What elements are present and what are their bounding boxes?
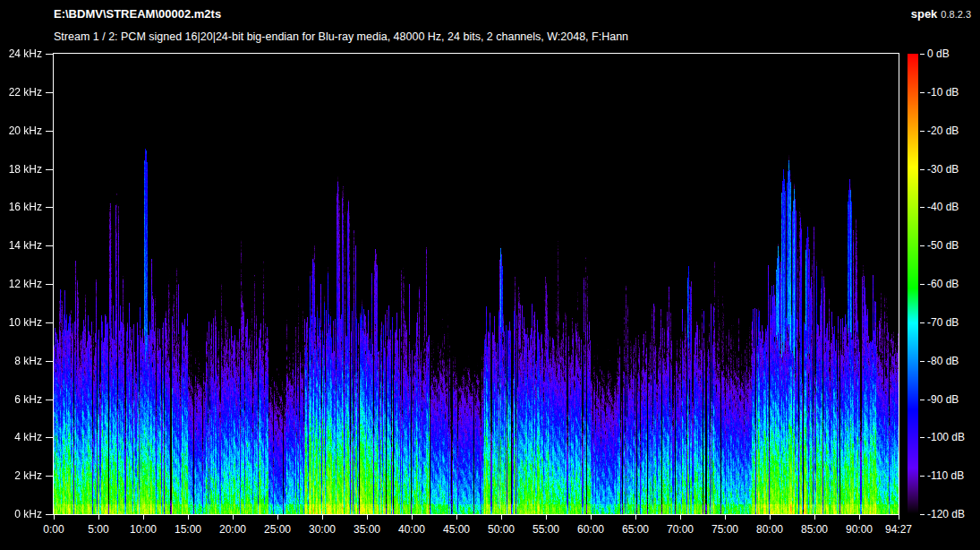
legend-tick <box>920 514 925 515</box>
y-axis-label: 14 kHz <box>0 239 42 252</box>
legend-tick <box>920 169 925 170</box>
y-axis-tick <box>46 92 53 93</box>
legend-gradient-bar <box>908 54 918 514</box>
legend-label: -90 dB <box>927 393 959 406</box>
x-axis-tick <box>322 515 323 520</box>
legend-tick <box>920 131 925 132</box>
y-axis-label: 8 kHz <box>0 355 42 367</box>
x-axis-label: 94:27 <box>872 523 925 536</box>
x-axis-tick <box>143 515 144 520</box>
stream-description: Stream 1 / 2: PCM signed 16|20|24-bit bi… <box>54 30 628 43</box>
y-axis-tick <box>46 131 53 132</box>
y-axis-tick <box>46 284 53 285</box>
y-axis-label: 6 kHz <box>0 393 42 406</box>
legend-label: -120 dB <box>927 508 965 520</box>
spek-window: E:\BDMV\STREAM\00002.m2ts spek0.8.2.3 St… <box>0 0 980 550</box>
legend-tick <box>920 437 925 438</box>
app-version: 0.8.2.3 <box>941 9 971 20</box>
file-path-title: E:\BDMV\STREAM\00002.m2ts <box>54 7 221 21</box>
app-brand: spek0.8.2.3 <box>911 7 971 21</box>
y-axis-label: 16 kHz <box>0 201 42 213</box>
y-axis-tick <box>46 437 53 438</box>
y-axis-label: 0 kHz <box>0 508 42 520</box>
legend-tick <box>920 400 925 400</box>
legend-label: -60 dB <box>927 278 959 290</box>
app-name: spek <box>911 7 938 21</box>
x-axis-tick <box>54 515 55 520</box>
x-axis-tick <box>814 515 815 520</box>
y-axis-tick <box>46 476 53 477</box>
x-axis-tick <box>456 515 457 520</box>
legend-label: -20 dB <box>927 125 959 137</box>
x-axis-tick <box>680 515 681 520</box>
y-axis-label: 24 kHz <box>0 47 42 60</box>
x-axis-tick <box>98 515 99 520</box>
legend-tick <box>920 284 925 285</box>
y-axis-tick <box>46 245 53 246</box>
y-axis-tick <box>46 400 53 400</box>
legend-label: 0 dB <box>927 47 950 60</box>
legend-tick <box>920 476 925 477</box>
legend-tick <box>920 322 925 323</box>
x-axis-tick <box>367 515 368 520</box>
y-axis-label: 10 kHz <box>0 316 42 329</box>
x-axis-tick <box>635 515 636 520</box>
y-axis-tick <box>46 207 53 208</box>
legend-tick <box>920 207 925 208</box>
legend-label: -10 dB <box>927 86 959 99</box>
x-axis-tick <box>188 515 189 520</box>
y-axis-tick <box>46 169 53 170</box>
y-axis-tick <box>46 54 53 55</box>
legend-label: -30 dB <box>927 163 959 176</box>
spectrogram-plot-area <box>53 53 899 515</box>
x-axis-tick <box>591 515 592 520</box>
legend-label: -40 dB <box>927 201 959 213</box>
x-axis-tick <box>501 515 502 520</box>
legend-tick <box>920 245 925 246</box>
y-axis-label: 2 kHz <box>0 469 42 482</box>
x-axis-tick <box>546 515 547 520</box>
legend-label: -100 dB <box>927 431 965 443</box>
spectrogram-canvas <box>54 54 899 514</box>
x-axis-tick <box>859 515 860 520</box>
x-axis-tick <box>725 515 726 520</box>
x-axis-tick <box>412 515 413 520</box>
legend-label: -50 dB <box>927 239 959 252</box>
legend-tick <box>920 92 925 93</box>
x-axis-tick <box>277 515 278 520</box>
y-axis-label: 18 kHz <box>0 163 42 176</box>
legend-label: -70 dB <box>927 316 959 329</box>
x-axis-tick <box>899 515 899 520</box>
legend-tick <box>920 54 925 55</box>
y-axis-label: 4 kHz <box>0 431 42 443</box>
y-axis-tick <box>46 361 53 362</box>
y-axis-tick <box>46 322 53 323</box>
y-axis-label: 20 kHz <box>0 125 42 137</box>
x-axis-tick <box>233 515 234 520</box>
y-axis-label: 22 kHz <box>0 86 42 99</box>
x-axis-tick <box>770 515 771 520</box>
y-axis-tick <box>46 514 53 515</box>
legend-label: -110 dB <box>927 469 964 482</box>
y-axis-label: 12 kHz <box>0 278 42 290</box>
legend-label: -80 dB <box>927 355 959 367</box>
legend-tick <box>920 361 925 362</box>
